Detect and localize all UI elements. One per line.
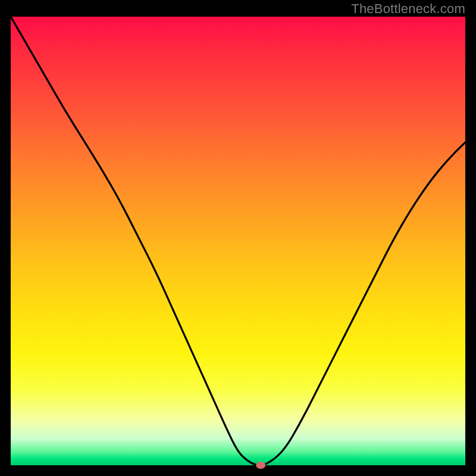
curve-svg — [11, 17, 465, 465]
optimal-point-marker — [256, 462, 265, 469]
chart-frame: TheBottleneck.com — [0, 0, 476, 476]
plot-area — [11, 17, 465, 465]
bottleneck-curve — [11, 17, 465, 465]
watermark-text: TheBottleneck.com — [351, 1, 465, 17]
